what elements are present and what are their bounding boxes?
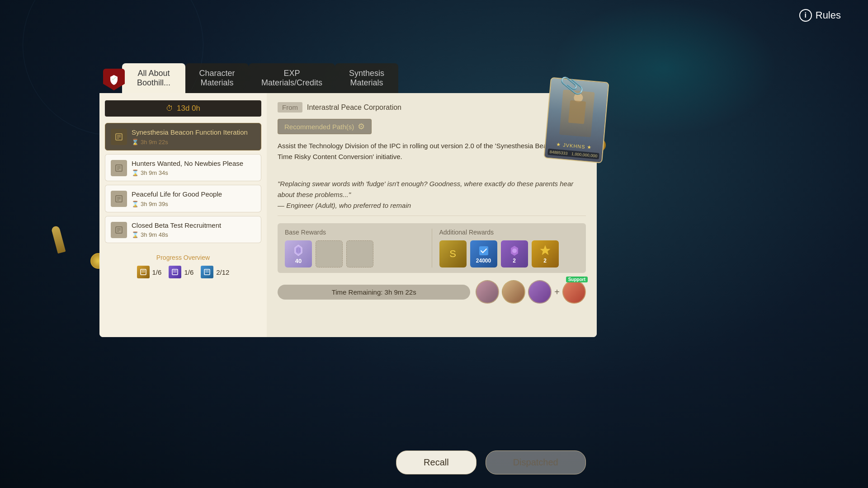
progress-item-3: 2/12 <box>201 266 229 278</box>
mission-info-4: Closed Beta Test Recruitment ⌛ 3h 9m 48s <box>132 221 255 239</box>
purple-count: 2 <box>513 258 516 264</box>
progress-overview: Progress Overview 1/6 <box>105 249 261 278</box>
hourglass-icon-1: ⌛ <box>132 139 139 145</box>
party-avatars: + Support <box>476 280 586 304</box>
description-text: Assist the Technology Division of the IP… <box>278 141 586 162</box>
base-rewards-title: Base Rewards <box>285 229 425 236</box>
progress-label: Progress Overview <box>105 254 261 261</box>
dispatched-button[interactable]: Dispatched <box>486 450 586 474</box>
action-buttons: Recall Dispatched <box>396 450 586 474</box>
card-id: 84885333 <box>549 150 568 155</box>
reward-stellar: S <box>439 240 467 267</box>
hourglass-icon-2: ⌛ <box>132 169 139 176</box>
mission-sidebar: ⏱ 13d 0h Synesthesia Beacon Function Ite… <box>99 93 267 337</box>
blue-cert-count: 24000 <box>476 258 491 264</box>
support-badge: Support <box>566 277 588 282</box>
mission-item-4[interactable]: Closed Beta Test Recruitment ⌛ 3h 9m 48s <box>105 216 261 244</box>
mission-title-4: Closed Beta Test Recruitment <box>132 221 255 230</box>
mission-time-1: ⌛ 3h 9m 22s <box>132 139 255 145</box>
svg-point-29 <box>512 249 517 253</box>
mission-title-3: Peaceful Life for Good People <box>132 190 255 199</box>
additional-rewards-title: Additional Rewards <box>439 229 579 236</box>
timer-value: 13d 0h <box>177 104 200 113</box>
progress-item-2: 1/6 <box>169 266 193 278</box>
reward-empty-2 <box>346 240 373 267</box>
avatar-4 <box>562 280 586 304</box>
mission-icon-4 <box>111 222 127 238</box>
base-rewards-col: Base Rewards 40 <box>285 229 432 267</box>
avatar-3 <box>528 280 552 304</box>
svg-marker-30 <box>540 245 550 255</box>
info-icon: i <box>799 9 812 22</box>
from-badge: From <box>278 102 302 113</box>
tab-exp-materials[interactable]: EXP Materials/Credits <box>249 63 335 93</box>
progress-count-2: 1/6 <box>184 268 193 276</box>
recommended-path-button[interactable]: Recommended Path(s) ⚙ <box>278 119 372 134</box>
paperclip-decoration: 📎 <box>559 73 585 98</box>
avatar-1 <box>476 280 499 304</box>
rewards-section: Base Rewards 40 <box>278 223 586 273</box>
rules-button[interactable]: i Rules <box>799 9 841 22</box>
tab-synthesis-materials[interactable]: Synthesis Materials <box>335 63 398 93</box>
progress-item-1: 1/6 <box>137 266 162 278</box>
mission-icon-2 <box>111 160 127 176</box>
rec-path-label: Recommended Path(s) <box>284 123 354 131</box>
hourglass-icon-3: ⌛ <box>132 201 139 207</box>
reward-empty-1 <box>316 240 343 267</box>
rules-label: Rules <box>816 9 841 21</box>
from-value: Interastral Peace Corporation <box>307 103 401 112</box>
progress-count-3: 2/12 <box>216 268 229 276</box>
additional-rewards-col: Additional Rewards S 24000 <box>439 229 579 267</box>
avatar-2 <box>502 280 525 304</box>
progress-count-1: 1/6 <box>152 268 162 276</box>
mission-info-1: Synesthesia Beacon Function Iteration ⌛ … <box>132 128 255 145</box>
progress-items: 1/6 1/6 <box>105 266 261 278</box>
card-credits: 1,000,000,000 <box>571 151 597 158</box>
hourglass-icon-4: ⌛ <box>132 231 139 238</box>
tab-bar: All About Boothill... Character Material… <box>122 63 597 93</box>
avatar-support-container: Support <box>562 280 586 304</box>
progress-icon-yellow <box>137 266 150 278</box>
reward-crystal: 40 <box>285 240 312 267</box>
clock-icon: ⏱ <box>166 104 173 113</box>
mission-item-3[interactable]: Peaceful Life for Good People ⌛ 3h 9m 39… <box>105 185 261 212</box>
recall-button[interactable]: Recall <box>396 450 476 474</box>
tab-all[interactable]: All About Boothill... <box>122 63 185 93</box>
mission-icon-1 <box>111 129 127 145</box>
mission-time-3: ⌛ 3h 9m 39s <box>132 201 255 207</box>
bottom-bar: Time Remaining: 3h 9m 22s + Support <box>278 280 586 304</box>
yellow-count: 2 <box>543 258 547 264</box>
crystal-count: 40 <box>295 258 302 264</box>
bullet-decoration <box>51 225 66 254</box>
mission-info-3: Peaceful Life for Good People ⌛ 3h 9m 39… <box>132 190 255 207</box>
plus-icon: + <box>554 287 560 297</box>
main-panel: All About Boothill... Character Material… <box>99 63 597 337</box>
mission-item-1[interactable]: Synesthesia Beacon Function Iteration ⌛ … <box>105 123 261 150</box>
reward-yellow: 2 <box>532 240 559 267</box>
separator <box>278 216 586 216</box>
mission-time-4: ⌛ 3h 9m 48s <box>132 231 255 238</box>
mission-title-1: Synesthesia Beacon Function Iteration <box>132 128 255 137</box>
mission-item-2[interactable]: Hunters Wanted, No Newbies Please ⌛ 3h 9… <box>105 154 261 182</box>
tab-character-materials[interactable]: Character Materials <box>185 63 249 93</box>
reward-purple: 2 <box>501 240 528 267</box>
progress-icon-purple <box>169 266 181 278</box>
progress-icon-blue <box>201 266 213 278</box>
base-reward-items: 40 <box>285 240 425 267</box>
quote-text: "Replacing swear words with 'fudge' isn'… <box>278 168 586 211</box>
mission-title-2: Hunters Wanted, No Newbies Please <box>132 159 255 168</box>
mission-icon-3 <box>111 191 127 207</box>
additional-reward-items: S 24000 <box>439 240 579 267</box>
mission-time-2: ⌛ 3h 9m 34s <box>132 169 255 176</box>
panel-body: ⏱ 13d 0h Synesthesia Beacon Function Ite… <box>99 93 597 337</box>
reward-blue-cert: 24000 <box>470 240 497 267</box>
detail-panel: 📎 ★ JVKHNS ★ 84885333 1,000,000,00 <box>267 93 597 337</box>
from-row: From Interastral Peace Corporation <box>278 102 586 113</box>
mission-info-2: Hunters Wanted, No Newbies Please ⌛ 3h 9… <box>132 159 255 177</box>
path-icon: ⚙ <box>358 122 365 131</box>
time-remaining: Time Remaining: 3h 9m 22s <box>278 285 470 300</box>
timer-bar: ⏱ 13d 0h <box>105 100 261 117</box>
